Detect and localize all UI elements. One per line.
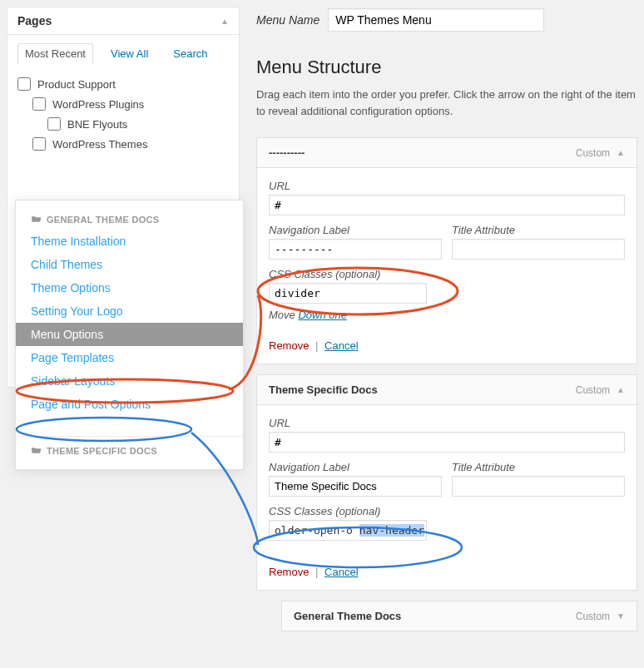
remove-link[interactable]: Remove <box>269 339 309 352</box>
menu-item-divider: ---------- Custom ▲ URL Navigation Label <box>256 137 637 364</box>
menu-item-type-label: Custom <box>576 147 610 159</box>
tab-view-all[interactable]: View All <box>103 43 156 64</box>
popup-item-theme-options[interactable]: Theme Options <box>16 276 243 299</box>
pages-title: Pages <box>17 14 52 27</box>
page-checkbox[interactable] <box>17 77 31 91</box>
popup-item-page-templates[interactable]: Page Templates <box>16 346 243 369</box>
menu-item-type-label: Custom <box>576 611 610 622</box>
cancel-link[interactable]: Cancel <box>324 339 358 352</box>
page-checkbox[interactable] <box>32 97 46 111</box>
separator: | <box>315 339 318 352</box>
css-classes-input[interactable] <box>269 283 427 304</box>
url-input[interactable] <box>269 432 625 453</box>
popup-item-page-post-options[interactable]: Page and Post Options <box>16 393 243 416</box>
menu-item-title: Theme Specific Docs <box>269 383 378 396</box>
nav-label-input[interactable] <box>269 476 442 497</box>
page-item[interactable]: WordPress Themes <box>17 134 229 154</box>
nav-label: Navigation Label <box>269 461 442 473</box>
menu-item-type: Custom ▲ <box>576 147 625 159</box>
move-row: Move Down one <box>269 309 625 321</box>
popup-header-label: THEME SPECIFIC DOCS <box>47 446 157 456</box>
css-classes-label: CSS Classes (optional) <box>269 505 427 517</box>
menu-item-theme-specific: Theme Specific Docs Custom ▲ URL Navigat… <box>256 374 637 591</box>
folder-open-icon <box>31 214 42 225</box>
popup-item-theme-installation[interactable]: Theme Installation <box>16 230 243 253</box>
title-attr-input[interactable] <box>452 476 625 497</box>
css-text-part: older-open-o <box>275 524 359 537</box>
menu-name-input[interactable] <box>328 8 544 32</box>
page-item[interactable]: WordPress Plugins <box>17 94 229 114</box>
title-attr-input[interactable] <box>452 239 625 260</box>
menu-item-type-label: Custom <box>576 384 610 396</box>
popup-header-specific: THEME SPECIFIC DOCS <box>16 436 243 461</box>
page-checkbox[interactable] <box>32 137 46 151</box>
tab-most-recent[interactable]: Most Recent <box>17 43 93 64</box>
popup-item-sidebar-layouts[interactable]: Sidebar Layouts <box>16 369 243 393</box>
url-input[interactable] <box>269 195 625 215</box>
page-label: WordPress Plugins <box>52 98 144 111</box>
separator: | <box>315 566 318 578</box>
page-checkbox[interactable] <box>47 117 61 131</box>
popup-header-general: GENERAL THEME DOCS <box>16 209 243 230</box>
item-actions: Remove | Cancel <box>269 339 625 352</box>
css-classes-input[interactable]: older-open-o nav-header <box>269 520 427 541</box>
chevron-down-icon[interactable]: ▼ <box>617 611 625 621</box>
pages-tabs: Most Recent View All Search <box>7 35 239 64</box>
nav-label-input[interactable] <box>269 239 442 260</box>
tab-search[interactable]: Search <box>166 43 215 64</box>
menu-item-type: Custom ▲ <box>576 384 625 396</box>
item-actions: Remove | Cancel <box>269 566 625 578</box>
chevron-up-icon[interactable]: ▲ <box>617 148 625 157</box>
page-item[interactable]: Product Support <box>17 74 229 94</box>
collapse-icon[interactable]: ▲ <box>220 17 229 26</box>
url-label: URL <box>269 180 625 192</box>
popup-item-menu-options[interactable]: Menu Options <box>16 323 243 346</box>
menu-structure-desc: Drag each item into the order you prefer… <box>256 87 637 119</box>
menu-item-handle[interactable]: ---------- Custom ▲ <box>257 138 637 168</box>
menu-name-row: Menu Name <box>256 8 637 32</box>
title-attr-label: Title Attribute <box>452 461 625 473</box>
menu-name-label: Menu Name <box>256 13 320 27</box>
chevron-up-icon[interactable]: ▲ <box>617 385 625 394</box>
page-item[interactable]: BNE Flyouts <box>17 114 229 134</box>
remove-link[interactable]: Remove <box>269 566 309 578</box>
popup-header-label: GENERAL THEME DOCS <box>47 215 159 225</box>
page-label: BNE Flyouts <box>67 118 127 131</box>
menu-item-title: ---------- <box>269 146 305 159</box>
page-label: WordPress Themes <box>52 138 147 151</box>
title-attr-label: Title Attribute <box>452 224 625 236</box>
popup-item-child-themes[interactable]: Child Themes <box>16 253 243 276</box>
move-down-link[interactable]: Down one <box>298 309 347 321</box>
popup-item-setting-logo[interactable]: Setting Your Logo <box>16 299 243 323</box>
css-text-highlight: nav-header <box>359 524 424 537</box>
menu-item-general-docs: General Theme Docs Custom ▼ <box>281 601 637 631</box>
docs-popup: GENERAL THEME DOCS Theme Installation Ch… <box>15 200 244 470</box>
menu-item-type: Custom ▼ <box>576 611 625 622</box>
menu-item-handle[interactable]: General Theme Docs Custom ▼ <box>282 601 637 631</box>
nav-label: Navigation Label <box>269 224 442 236</box>
menu-item-handle[interactable]: Theme Specific Docs Custom ▲ <box>257 375 637 405</box>
pages-header[interactable]: Pages ▲ <box>7 7 239 35</box>
cancel-link[interactable]: Cancel <box>324 566 358 578</box>
popup-divider <box>16 416 243 436</box>
url-label: URL <box>269 417 625 429</box>
menu-item-title: General Theme Docs <box>294 610 401 622</box>
page-label: Product Support <box>37 78 116 91</box>
folder-open-icon <box>31 445 42 456</box>
move-label: Move <box>269 309 295 321</box>
css-classes-label: CSS Classes (optional) <box>269 268 427 280</box>
menu-structure-heading: Menu Structure <box>256 57 637 78</box>
